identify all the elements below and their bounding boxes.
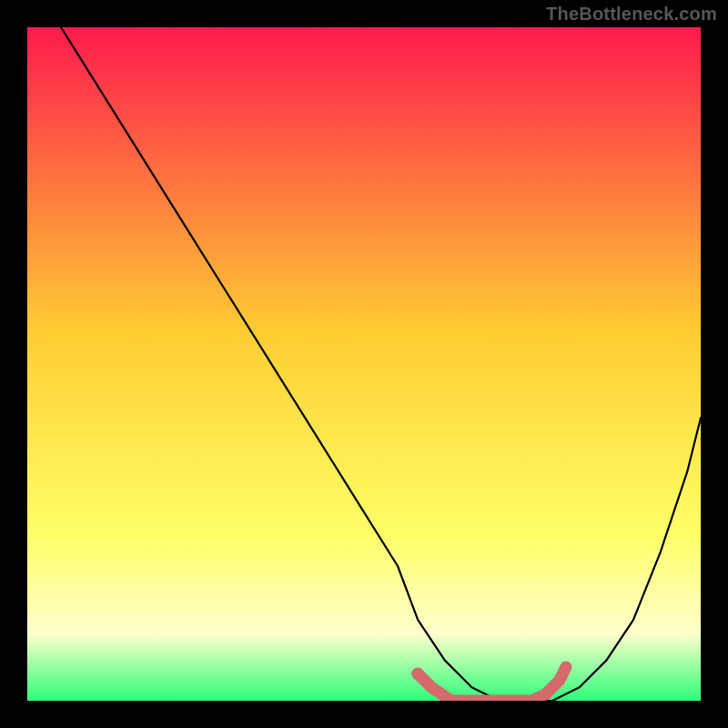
gradient-bg xyxy=(27,27,701,701)
attribution-label: TheBottleneck.com xyxy=(546,4,717,25)
plot-area xyxy=(27,27,701,701)
chart-frame: TheBottleneck.com xyxy=(0,0,728,728)
bottleneck-chart xyxy=(27,27,701,701)
optimal-marker-dot xyxy=(411,667,424,680)
